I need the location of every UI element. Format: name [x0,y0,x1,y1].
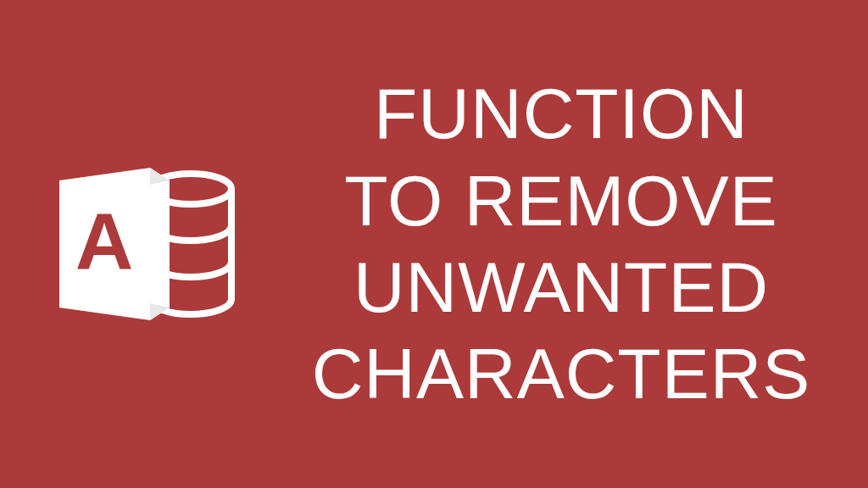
heading-container: FUNCTION TO REMOVE UNWANTED CHARACTERS [263,70,843,418]
heading-line-4: CHARACTERS [312,334,811,413]
heading-line-2: TO REMOVE [344,161,778,241]
heading-line-3: UNWANTED [353,247,769,327]
icon-container: A [25,142,263,346]
banner-container: A FUNCTION TO REMOVE UNWANTED CHARACTERS [0,0,868,488]
banner-heading: FUNCTION TO REMOVE UNWANTED CHARACTERS [280,70,843,418]
access-letter: A [75,197,134,286]
heading-line-1: FUNCTION [374,74,748,153]
microsoft-access-icon: A [42,142,246,346]
